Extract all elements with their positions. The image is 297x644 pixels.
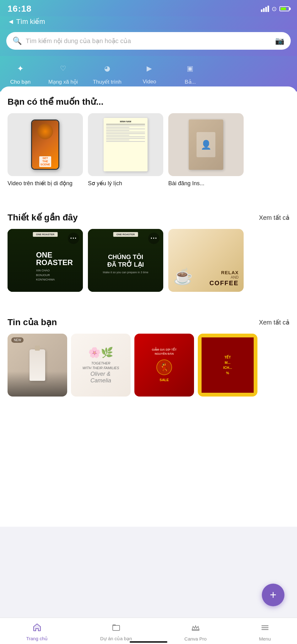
try-card-img-3: 👤 (168, 113, 244, 176)
recent-section-header: Thiết kế gần đây Xem tất cả (8, 212, 289, 223)
presentation-icon: ◕ (100, 61, 115, 76)
folder-icon (112, 623, 121, 634)
status-bar: 16:18 ⊙ (0, 0, 297, 16)
news-see-all[interactable]: Xem tất cả (259, 319, 289, 326)
news-card-product[interactable]: NEW (8, 334, 67, 397)
wifi-icon: ⊙ (272, 5, 277, 13)
main-content: Bạn có thể muốn thử... SETTHESCENE Video… (0, 86, 297, 527)
tab-label-video: Video (143, 79, 156, 85)
design-card-img-2: ONE ROASTER CHÚNG TÔIĐÃ TRỞ LẠI Make it … (88, 229, 163, 292)
nav-canva-pro-label: Canva Pro (184, 636, 207, 641)
recent-section-title: Thiết kế gần đây (8, 212, 78, 223)
news-card-promo[interactable]: GIẢM GIÁ DỊP TẾTNGUYÊN ĐÁN 💃 SALE (134, 334, 194, 397)
try-card-label-2: Sơ yếu lý lịch (88, 180, 122, 186)
try-card-img-1: SETTHESCENE (8, 113, 83, 176)
crown-icon (191, 623, 200, 634)
news-cards-list: NEW 🌸🌿 TOGETHERWITH THEIR FAMILIES Olive… (8, 334, 289, 399)
svg-rect-0 (113, 625, 120, 630)
home-icon (33, 623, 41, 634)
nav-projects[interactable]: Dự án của bạn (94, 623, 138, 641)
product-bottle (30, 349, 45, 381)
search-section: 🔍 Tìm kiếm nội dung của bạn hoặc của 📷 (0, 30, 297, 56)
try-cards-list: SETTHESCENE Video trên thiết bị di động … (8, 113, 289, 190)
tab-label-cho-ban: Cho bạn (10, 79, 31, 85)
try-section-title: Bạn có thể muốn thử... (8, 97, 289, 107)
news-card-wedding[interactable]: 🌸🌿 TOGETHERWITH THEIR FAMILIES Oliver &C… (71, 334, 131, 397)
tab-thuyet-trinh[interactable]: ◕ Thuyết trình (85, 58, 129, 92)
phone-mockup: SETTHESCENE (31, 119, 59, 170)
tab-label-mang-xa-hoi: Mạng xã hội (48, 79, 78, 85)
tab-label-thuyet-trinh: Thuyết trình (93, 79, 122, 85)
battery-icon (279, 6, 289, 11)
nav-menu-label: Menu (259, 636, 271, 641)
nav-menu[interactable]: Menu (253, 623, 277, 641)
search-bar[interactable]: 🔍 Tìm kiếm nội dung của bạn hoặc của 📷 (6, 32, 291, 50)
design-card-3[interactable]: ☕ RELAX AND COFFEE (168, 229, 244, 292)
recent-see-all[interactable]: Xem tất cả (259, 214, 289, 221)
bottom-nav: Trang chủ Dự án của bạn Canva Pro M (0, 618, 297, 644)
camera-icon[interactable]: 📷 (275, 36, 284, 45)
design-card-2[interactable]: ONE ROASTER CHÚNG TÔIĐÃ TRỞ LẠI Make it … (88, 229, 163, 292)
design-cards-list: ONE ROASTER ONEROASTER XIN CHÀOBONJOURKO… (8, 229, 289, 294)
tab-cho-ban[interactable]: ✦ Cho bạn (0, 58, 41, 92)
try-card-resume[interactable]: MINH NAM Sơ yếu lý lịch (88, 113, 163, 187)
try-card-instagram[interactable]: 👤 Bài đăng Ins... (168, 113, 244, 187)
nav-projects-label: Dự án của bạn (100, 636, 132, 641)
nav-canva-pro[interactable]: Canva Pro (178, 623, 213, 641)
wedding-subtitle: TOGETHERWITH THEIR FAMILIES (83, 361, 119, 371)
status-icons: ⊙ (261, 5, 289, 13)
wedding-names: Oliver &Camelia (90, 371, 111, 384)
try-card-mobile-video[interactable]: SETTHESCENE Video trên thiết bị di động (8, 113, 83, 187)
try-card-label-1: Video trên thiết bị di động (8, 180, 73, 186)
menu-icon (261, 623, 269, 634)
try-card-label-3: Bài đăng Ins... (168, 180, 204, 186)
search-icon: 🔍 (13, 36, 22, 45)
resume-preview: MINH NAM (104, 118, 148, 171)
nav-home[interactable]: Trang chủ (20, 623, 54, 641)
heart-icon: ♡ (56, 61, 71, 76)
tab-video[interactable]: ▶ Video (129, 58, 170, 92)
grid-icon: ▣ (183, 61, 198, 76)
new-badge: NEW (11, 337, 24, 343)
video-icon: ▶ (142, 61, 157, 76)
svg-rect-1 (192, 630, 199, 630)
back-label[interactable]: ◄ Tìm kiếm (8, 18, 45, 26)
tab-label-ba: Bả... (185, 79, 196, 85)
signal-icon (261, 6, 269, 12)
fab-icon: + (270, 588, 276, 602)
design-card-img-3: ☕ RELAX AND COFFEE (168, 229, 244, 292)
back-nav[interactable]: ◄ Tìm kiếm (0, 16, 297, 30)
design-card-1[interactable]: ONE ROASTER ONEROASTER XIN CHÀOBONJOURKO… (8, 229, 83, 292)
status-time: 16:18 (8, 4, 32, 14)
wedding-flowers-icon: 🌸🌿 (88, 347, 113, 358)
design-card-img-1: ONE ROASTER ONEROASTER XIN CHÀOBONJOURKO… (8, 229, 83, 292)
create-fab[interactable]: + (262, 584, 284, 606)
try-card-img-2: MINH NAM (88, 113, 163, 176)
tab-mang-xa-hoi[interactable]: ♡ Mạng xã hội (41, 58, 85, 92)
tab-ba[interactable]: ▣ Bả... (170, 58, 211, 92)
nav-home-label: Trang chủ (26, 636, 48, 641)
bottom-indicator (130, 641, 167, 643)
search-placeholder[interactable]: Tìm kiếm nội dung của bạn hoặc của (26, 37, 271, 45)
sparkle-icon: ✦ (13, 61, 28, 76)
news-card-tet[interactable]: TẾTM...ICH...% (198, 334, 257, 397)
news-section-header: Tin của bạn Xem tất cả (8, 317, 289, 327)
news-section-title: Tin của bạn (8, 317, 57, 327)
